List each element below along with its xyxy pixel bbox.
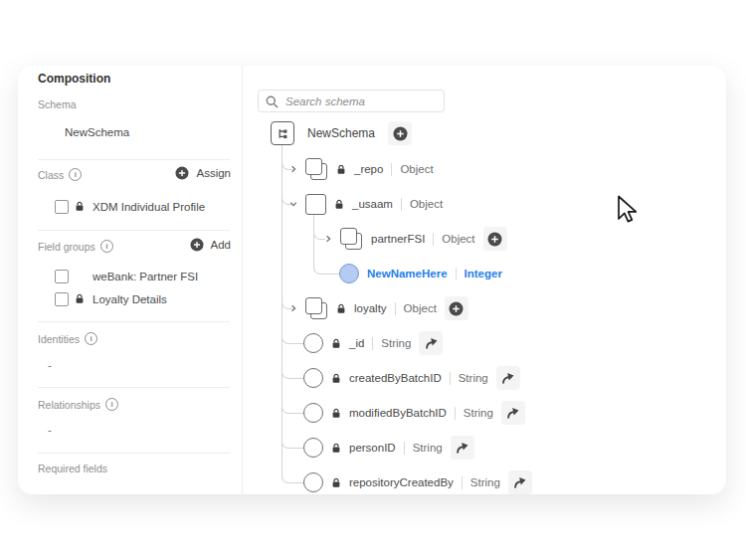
divider: [395, 302, 396, 315]
open-relationship-button[interactable]: [451, 436, 474, 460]
lock-icon: [336, 164, 346, 175]
tree-row-_id[interactable]: _idString: [303, 331, 443, 355]
lock-icon: [75, 201, 85, 212]
lock-icon: [331, 373, 341, 384]
tree-row-NewNameHere[interactable]: NewNameHereInteger: [339, 262, 502, 285]
search-input[interactable]: [258, 90, 445, 112]
plus-circle-icon: [175, 166, 189, 180]
composition-title: Composition: [38, 72, 110, 86]
divider: [433, 233, 434, 246]
open-relationship-button[interactable]: [419, 331, 443, 355]
field-name: NewNameHere: [367, 268, 448, 280]
schema-search: [258, 90, 445, 112]
object-array-icon: [305, 297, 328, 320]
chevron-right-icon[interactable]: [289, 304, 297, 312]
tree-row-personID[interactable]: personIDString: [303, 436, 474, 460]
field-circle-icon: [303, 472, 323, 492]
tree-row-createdByBatchID[interactable]: createdByBatchIDString: [303, 366, 520, 390]
chevron-right-icon[interactable]: [289, 165, 297, 173]
tree-row-loyalty[interactable]: loyaltyObject: [289, 296, 468, 320]
mouse-cursor-icon: [617, 195, 641, 229]
info-icon: i: [69, 168, 82, 181]
divider: [404, 442, 405, 455]
field-group-item-list: weBank: Partner FSILoyalty Details: [18, 265, 242, 310]
schema-editor-card: Composition Schema NewSchema Classi Assi…: [18, 66, 726, 494]
divider: [372, 337, 373, 350]
lock-icon: [334, 199, 344, 210]
chevron-right-icon[interactable]: [324, 235, 332, 243]
list-item[interactable]: Loyalty Details: [18, 287, 242, 310]
divider: [391, 163, 392, 176]
field-name: repositoryCreatedBy: [349, 476, 454, 488]
class-item-list: XDM Individual Profile: [18, 195, 242, 218]
item-label: XDM Individual Profile: [93, 201, 205, 213]
relationships-section-label: Relationshipsi: [38, 398, 118, 411]
checkbox[interactable]: [55, 200, 69, 214]
open-relationship-button[interactable]: [508, 470, 532, 494]
divider: [401, 198, 402, 211]
list-item[interactable]: weBank: Partner FSI: [18, 265, 242, 287]
field-name: _id: [349, 337, 364, 349]
divider: [450, 372, 451, 385]
plus-circle-icon: [393, 126, 408, 141]
tree-row-repositoryCreatedBy[interactable]: repositoryCreatedByString: [303, 470, 532, 494]
tree-elbow: [281, 368, 304, 379]
class-section-label: Classi: [38, 168, 82, 181]
divider: [38, 321, 230, 322]
tree-row-_repo[interactable]: _repoObject: [289, 157, 434, 181]
field-name: _repo: [354, 163, 383, 175]
tree-row-modifiedByBatchID[interactable]: modifiedByBatchIDString: [303, 401, 525, 425]
schema-root-icon: [271, 121, 294, 145]
item-label: Loyalty Details: [93, 293, 167, 305]
field-name: loyalty: [354, 302, 387, 314]
info-icon: i: [100, 240, 113, 253]
add-root-field-button[interactable]: [388, 121, 412, 145]
field-circle-icon: [303, 438, 323, 458]
field-type: Integer: [465, 268, 502, 280]
field-type: String: [413, 442, 443, 454]
root-schema-name: NewSchema: [307, 126, 375, 140]
field-name: partnerFSI: [371, 233, 425, 245]
field-groups-section-label: Field groupsi: [38, 240, 113, 253]
assign-class-button[interactable]: Assign: [175, 166, 231, 180]
divider: [38, 230, 230, 231]
composition-panel: Composition Schema NewSchema Classi Assi…: [18, 66, 243, 494]
object-array-icon: [340, 228, 363, 251]
tree-row-_usaam[interactable]: _usaamObject: [289, 192, 443, 216]
field-circle-icon: [303, 333, 323, 353]
tree-elbow: [281, 472, 304, 483]
tree-root-row[interactable]: NewSchema: [271, 121, 412, 145]
open-relationship-button[interactable]: [496, 366, 520, 390]
divider: [456, 268, 457, 280]
identities-section-label: Identitiesi: [38, 332, 97, 345]
schema-tree-panel: NewSchema _repoObject_usaamObjectpartner…: [243, 66, 726, 494]
divider: [38, 453, 230, 454]
list-item[interactable]: XDM Individual Profile: [18, 195, 242, 218]
required-fields-section-label: Required fields: [38, 463, 107, 474]
tree-row-partnerFSI[interactable]: partnerFSIObject: [324, 227, 507, 251]
chevron-down-icon[interactable]: [289, 200, 297, 208]
add-subfield-button[interactable]: [483, 227, 507, 251]
field-name: personID: [349, 442, 396, 454]
add-subfield-button[interactable]: [445, 296, 468, 320]
field-name: createdByBatchID: [349, 372, 442, 384]
field-type: Object: [404, 302, 437, 314]
object-icon: [305, 194, 326, 215]
lock-icon: [331, 408, 341, 419]
field-type: String: [470, 476, 500, 488]
object-array-icon: [305, 158, 328, 181]
lock-icon: [331, 443, 341, 454]
info-icon: i: [85, 332, 97, 345]
identities-empty-value: -: [48, 359, 52, 371]
tree-elbow: [281, 403, 304, 414]
field-type: Object: [410, 198, 443, 210]
open-relationship-button[interactable]: [501, 401, 525, 425]
item-label: weBank: Partner FSI: [93, 271, 198, 282]
checkbox[interactable]: [55, 270, 69, 283]
add-field-group-button[interactable]: Add: [190, 238, 231, 252]
field-name: _usaam: [352, 198, 393, 210]
divider: [38, 387, 230, 388]
schema-name-value: NewSchema: [65, 126, 129, 138]
tree-elbow: [281, 438, 304, 449]
checkbox[interactable]: [55, 292, 69, 306]
